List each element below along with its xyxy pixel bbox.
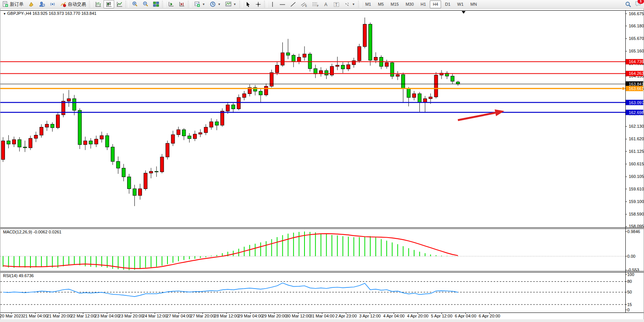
price-tick-label: 158.095 [629,224,644,228]
timeframe-W1[interactable]: W1 [454,0,467,8]
time-tick-label: 22 Mar 12:00 [71,314,96,318]
time-tick-label: 31 Mar 04:00 [310,314,335,318]
chart-canvas[interactable]: 166.675166.180165.670165.160164.665164.1… [0,0,644,322]
notification-badge[interactable]: 1 [638,0,644,4]
new-order-button[interactable]: 新订单 [0,0,26,8]
notifications-button[interactable]: 1 [635,0,642,8]
time-tick-label: 23 Mar 04:00 [95,314,120,318]
price-label-text: 164.263 [629,71,644,76]
zoom-out-button[interactable] [140,0,151,8]
templates-icon [225,1,231,7]
timeframe-M30[interactable]: M30 [403,0,417,8]
time-tick-label: 3 Apr 12:00 [359,314,381,318]
price-tick-label: 160.105 [629,174,644,179]
auto-trading-icon [60,1,66,7]
cursor-button[interactable] [243,0,253,8]
vertical-line-button[interactable] [268,0,277,8]
timeframe-MN[interactable]: MN [467,0,480,8]
rsi-tick-label: 0 [627,308,630,312]
text-label-button[interactable]: T [331,0,342,8]
zoom-out-icon [142,1,148,7]
price-label-text: 164.739 [629,59,644,64]
toolbar-separator [126,1,129,8]
time-tick-label: 21 Mar 04:00 [23,314,48,318]
chart-menu-triangle[interactable]: ▼ [3,12,6,16]
terminal-button[interactable] [37,0,47,8]
tile-windows-button[interactable] [151,0,161,8]
zoom-in-icon [132,1,138,7]
indicators-icon [194,1,200,7]
arrows-button[interactable]: ▼ [342,0,357,8]
candlestick-chart-icon [106,1,112,7]
line-handle[interactable] [622,87,625,90]
candle [166,141,169,160]
horizontal-line-icon [279,2,285,7]
candle [160,154,164,173]
bar-chart-button[interactable] [93,0,104,8]
rsi-tick-label: 50 [627,290,632,294]
terminal-icon [39,1,45,7]
trendline-icon [290,2,296,7]
price-tick-label: 161.125 [629,149,644,154]
crosshair-button[interactable] [253,0,263,8]
time-tick-label: 6 Apr 20:00 [479,314,500,318]
templates-dropdown-caret: ▼ [233,3,236,6]
toolbar-separator [162,1,165,8]
candlestick-chart-button[interactable] [104,0,114,8]
rsi-tick-label: 100 [627,272,634,277]
rsi-tick-label: 15 [627,302,632,307]
time-tick-label: 23 Mar 20:00 [119,314,143,318]
equidistant-channel-icon: E [301,2,308,7]
fibonacci-button[interactable]: F [310,0,321,8]
toolbar-separator [358,1,361,8]
candle [78,108,81,149]
periods-dropdown-caret: ▼ [218,3,221,6]
time-tick-label: 24 Mar 12:00 [142,314,167,318]
price-label-text: 163.841 [629,82,644,86]
timeframe-H4[interactable]: H4 [430,0,441,8]
periods-clock-icon [210,1,216,7]
time-tick-label: 6 Apr 04:00 [455,314,476,318]
zoom-in-button[interactable] [129,0,140,8]
auto-trading-button[interactable]: 自动交易 [58,0,88,8]
chart-shift-button[interactable] [177,0,187,8]
toolbar-separator [188,1,191,8]
time-tick-label: 28 Mar 12:00 [214,314,239,318]
price-label-text: 162.698 [629,110,644,115]
chart-shift-icon [179,1,185,7]
auto-scroll-button[interactable] [166,0,177,8]
market-watch-button[interactable] [26,0,37,8]
trendline-button[interactable] [288,0,298,8]
candle [2,137,5,162]
fibonacci-icon: F [312,2,319,7]
time-tick-label: 4 Apr 04:00 [383,314,405,318]
periods-button[interactable]: ▼ [207,0,223,8]
price-tick-label: 158.590 [629,212,644,216]
timeframe-M5[interactable]: M5 [375,0,387,8]
line-chart-button[interactable] [114,0,125,8]
cursor-icon [245,2,251,7]
price-tick-label: 160.615 [629,162,644,166]
signals-button[interactable] [47,0,58,8]
text-button[interactable]: A [321,0,331,8]
candle [358,44,361,63]
search-icon[interactable] [625,1,632,8]
indicators-button[interactable]: ▼ [192,0,207,8]
symbol-ohlc-header: ▼ GBPJPY-,H4 163.925 163.973 163.770 163… [3,11,96,16]
time-tick-label: 20 Mar 2023 [0,314,23,318]
timeframe-M1[interactable]: M1 [362,0,374,8]
price-tick-label: 162.130 [629,124,644,128]
rsi-tick-label: 80 [627,279,632,284]
timeframe-D1[interactable]: D1 [442,0,453,8]
price-tick-label: 159.100 [629,199,644,204]
indicators-dropdown-caret: ▼ [202,3,205,6]
crosshair-icon [255,2,261,7]
timeframe-H1[interactable]: H1 [418,0,429,8]
horizontal-line-button[interactable] [277,0,288,8]
equidistant-channel-button[interactable]: E [298,0,310,8]
timeframe-M15[interactable]: M15 [387,0,402,8]
text-icon: A [324,2,329,7]
candle [368,22,372,66]
templates-button[interactable]: ▼ [223,0,239,8]
macd-indicator-label: MACD(12,26,9) -0.0062 0.0261 [3,230,61,234]
